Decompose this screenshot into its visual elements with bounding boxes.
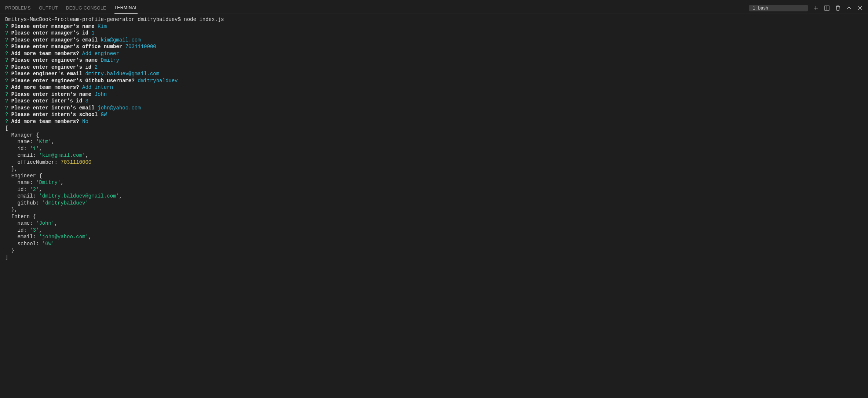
kill-terminal-icon[interactable] — [835, 5, 841, 11]
terminal-shell-selector[interactable]: 1: bash — [749, 5, 808, 11]
terminal-output[interactable]: Dmitrys-MacBook-Pro:team-profile-generat… — [0, 14, 868, 398]
tab-output[interactable]: OUTPUT — [39, 3, 58, 14]
shell-label: 1: bash — [753, 6, 768, 11]
new-terminal-icon[interactable] — [813, 5, 819, 11]
tab-terminal[interactable]: TERMINAL — [114, 2, 138, 14]
split-terminal-icon[interactable] — [824, 5, 830, 11]
terminal-action-icons — [813, 5, 863, 11]
maximize-panel-icon[interactable] — [846, 5, 852, 11]
tab-problems[interactable]: PROBLEMS — [5, 3, 31, 14]
close-panel-icon[interactable] — [857, 5, 863, 11]
panel-tab-bar: PROBLEMS OUTPUT DEBUG CONSOLE TERMINAL 1… — [0, 2, 868, 14]
tab-debug-console[interactable]: DEBUG CONSOLE — [66, 3, 106, 14]
